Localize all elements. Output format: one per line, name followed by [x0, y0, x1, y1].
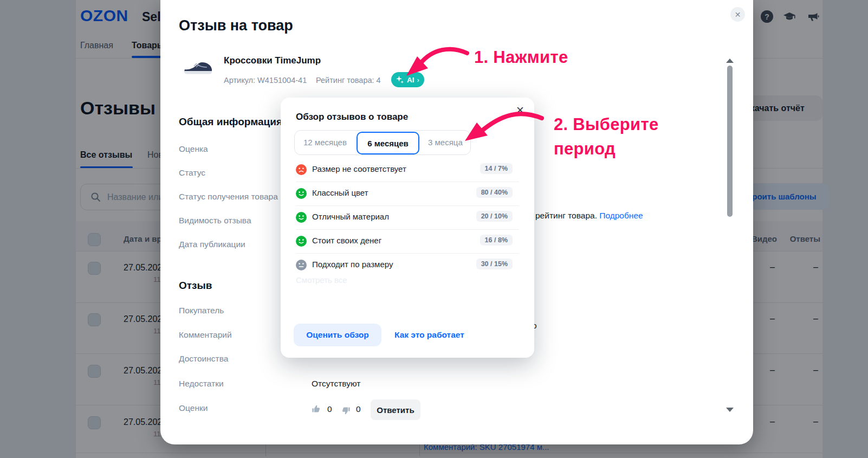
- topic-row[interactable]: Размер не соответствует 14 / 7%: [281, 158, 534, 182]
- period-12-months[interactable]: 12 месяцев: [303, 131, 347, 154]
- field-label-rating: Оценка: [179, 144, 208, 154]
- modal-close-button[interactable]: ✕: [730, 7, 745, 22]
- dislikes-count: 0: [356, 404, 361, 414]
- annotation-arrow-1: [401, 44, 471, 80]
- field-label-cons: Недостатки: [179, 379, 224, 389]
- section-general-heading: Общая информация: [179, 116, 282, 128]
- field-label-pros: Достоинства: [179, 354, 228, 364]
- period-6-months[interactable]: 6 месяцев: [357, 132, 419, 154]
- field-label-delivery-status: Статус получения товара: [179, 192, 278, 202]
- cons-value: Отсутствуют: [312, 379, 360, 389]
- topic-count-badge: 16 / 8%: [480, 235, 513, 246]
- annotation-arrow-2: [459, 109, 546, 149]
- likes-count: 0: [327, 404, 332, 414]
- thumb-down-icon[interactable]: [340, 405, 351, 416]
- scroll-up-arrow[interactable]: [726, 59, 734, 63]
- field-label-publish-date: Дата публикации: [179, 240, 245, 249]
- sentiment-positive-icon: [296, 212, 307, 223]
- topic-label: Отличный материал: [312, 212, 389, 221]
- rate-summary-button[interactable]: Оценить обзор: [294, 324, 381, 346]
- product-image: [181, 54, 215, 79]
- topic-label: Классный цвет: [312, 188, 368, 197]
- topic-count-badge: 80 / 40%: [476, 187, 513, 198]
- sentiment-positive-icon: [296, 236, 307, 247]
- field-label-status: Статус: [179, 168, 205, 178]
- annotation-step2-line2: период: [554, 139, 616, 159]
- period-selector: 12 месяцев 6 месяцев 3 месяца: [294, 130, 471, 155]
- topic-count-badge: 30 / 15%: [476, 259, 513, 269]
- more-details-link[interactable]: Подробнее: [599, 211, 643, 220]
- field-label-votes: Оценки: [179, 403, 208, 413]
- scroll-down-arrow[interactable]: [726, 408, 734, 412]
- scrollbar-thumb[interactable]: [727, 66, 733, 217]
- annotation-step2-line1: 2. Выберите: [554, 115, 658, 134]
- product-sku: Артикул: W4151004-41: [224, 76, 307, 85]
- popup-title: Обзор отзывов о товаре: [296, 112, 408, 122]
- description-fragment: рейтинг товара. Подробнее: [535, 211, 643, 221]
- sentiment-neutral-icon: [296, 260, 307, 270]
- topic-label: Стоит своих денег: [312, 236, 381, 245]
- annotation-step1: 1. Нажмите: [474, 48, 568, 67]
- description-fragment-text: рейтинг товара.: [535, 211, 597, 220]
- screen: OZON Seller Главная Товары ? Скачать отч…: [0, 0, 868, 458]
- period-3-months[interactable]: 3 месяца: [428, 131, 463, 154]
- thumb-up-icon[interactable]: [311, 403, 322, 414]
- topic-count-badge: 20 / 10%: [476, 211, 513, 222]
- section-review-heading: Отзыв: [179, 280, 212, 292]
- field-label-buyer: Покупатель: [179, 306, 224, 315]
- how-it-works-link[interactable]: Как это работает: [394, 330, 464, 340]
- topic-label: Подходит по размеру: [312, 260, 393, 269]
- topic-row[interactable]: Стоит своих денег 16 / 8%: [281, 229, 534, 253]
- topic-label: Размер не соответствует: [312, 164, 406, 173]
- sentiment-negative-icon: [296, 164, 307, 175]
- see-all-ghost-link[interactable]: Смотреть все: [296, 275, 347, 285]
- reply-button[interactable]: Ответить: [371, 399, 420, 420]
- product-name: Кроссовки TimeJump: [224, 55, 321, 66]
- sentiment-positive-icon: [296, 188, 307, 199]
- modal-title: Отзыв на товар: [179, 17, 293, 34]
- product-rating: Рейтинг товара: 4: [316, 76, 381, 85]
- topic-count-badge: 14 / 7%: [480, 163, 513, 174]
- topic-row[interactable]: Отличный материал 20 / 10%: [281, 205, 534, 229]
- topic-row[interactable]: Подходит по размеру 30 / 15%: [281, 253, 534, 277]
- field-label-comment: Комментарий: [179, 330, 232, 340]
- field-label-visibility: Видимость отзыва: [179, 216, 251, 225]
- topic-row[interactable]: Классный цвет 80 / 40%: [281, 182, 534, 205]
